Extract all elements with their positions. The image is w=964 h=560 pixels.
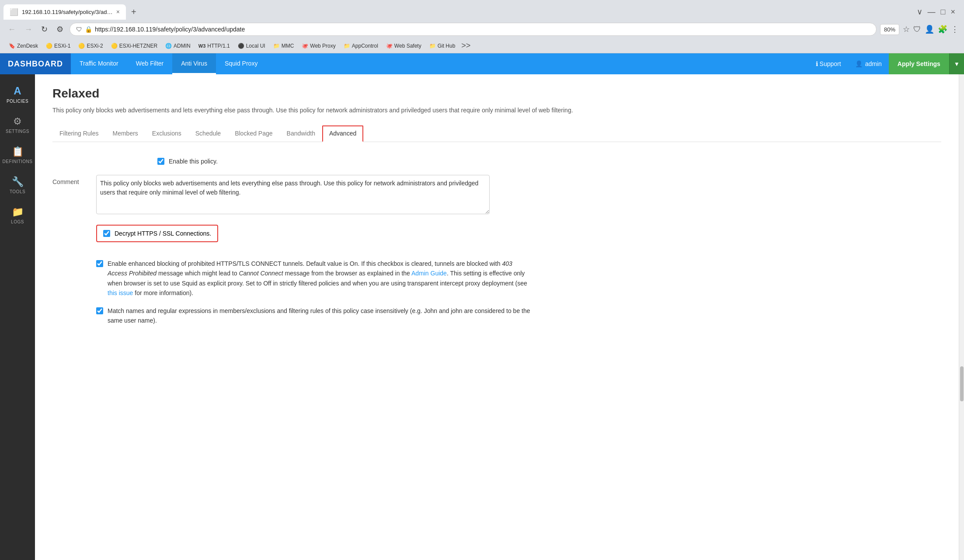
sidebar-item-policies[interactable]: A POLICIES	[0, 79, 35, 110]
tab-page-icon: ⬜	[10, 8, 18, 16]
bookmark-appcontrol[interactable]: 📁 AppControl	[340, 42, 382, 50]
comment-label: Comment	[52, 175, 87, 185]
this-issue-link[interactable]: this issue	[108, 289, 133, 296]
decrypt-https-row: Decrypt HTTPS / SSL Connections.	[96, 225, 218, 242]
definitions-icon: 📋	[12, 146, 24, 157]
sidebar-item-definitions[interactable]: 📋 DEFINITIONS	[0, 140, 35, 170]
tabs-bar: Filtering Rules Members Exclusions Sched…	[52, 125, 941, 142]
apply-settings-dropdown[interactable]: ▼	[949, 53, 964, 74]
app-logo: DASHBOARD	[0, 53, 71, 74]
bookmark-zendesk[interactable]: 🔖 ZenDesk	[5, 42, 42, 50]
tab-members[interactable]: Members	[105, 125, 145, 142]
decrypt-https-label: Decrypt HTTPS / SSL Connections.	[115, 230, 211, 237]
enhanced-blocking-checkbox[interactable]	[96, 260, 103, 267]
tab-close-button[interactable]: ×	[116, 8, 120, 15]
match-names-checkbox[interactable]	[96, 307, 103, 314]
lock-icon: 🔒	[85, 26, 92, 33]
refresh-button[interactable]: ↻	[38, 23, 50, 36]
tab-bar: ⬜ 192.168.10.119/safety/policy/3/adva × …	[0, 0, 964, 20]
address-bar[interactable]: 🛡 🔒 https://192.168.10.119/safety/policy…	[70, 23, 877, 36]
bookmark-esxi2[interactable]: 🟡 ESXi-2	[75, 42, 106, 50]
menu-icon[interactable]: ⋮	[951, 24, 959, 34]
sidebar: A POLICIES ⚙ SETTINGS 📋 DEFINITIONS 🔧 TO…	[0, 74, 35, 560]
bookmark-websafety[interactable]: 🐙 Web Safety	[383, 42, 425, 50]
bookmark-github[interactable]: 📁 Git Hub	[426, 42, 459, 50]
esxi1-icon: 🟡	[46, 43, 52, 49]
comment-row: Comment This policy only blocks web adve…	[52, 175, 941, 214]
bookmarks-more-button[interactable]: >>	[459, 40, 472, 51]
comment-textarea[interactable]: This policy only blocks web advertisemen…	[96, 175, 490, 214]
advanced-form: Enable this policy. Comment This policy …	[52, 153, 941, 337]
support-button[interactable]: ℹ Support	[809, 60, 848, 67]
match-names-label: Match names and regular expressions in m…	[108, 306, 533, 326]
sidebar-item-settings[interactable]: ⚙ SETTINGS	[0, 110, 35, 140]
win-chevron[interactable]: ∨	[915, 5, 924, 18]
nav-items: Traffic Monitor Web Filter Anti Virus Sq…	[71, 53, 266, 74]
win-minimize[interactable]: —	[926, 6, 937, 18]
win-maximize[interactable]: □	[939, 6, 947, 18]
app-container: DASHBOARD Traffic Monitor Web Filter Ant…	[0, 53, 964, 560]
logs-icon: 📁	[12, 206, 24, 218]
window-controls: ∨ — □ ×	[912, 3, 961, 20]
sidebar-item-logs[interactable]: 📁 LOGS	[0, 200, 35, 230]
tab-filtering-rules[interactable]: Filtering Rules	[52, 125, 105, 142]
http11-icon: W3	[198, 43, 206, 49]
bookmark-localui[interactable]: ⚫ Local UI	[234, 42, 269, 50]
enable-policy-label: Enable this policy.	[169, 157, 218, 166]
browser-nav-bar: ← → ↻ ⚙ 🛡 🔒 https://192.168.10.119/safet…	[0, 20, 964, 38]
match-names-row: Match names and regular expressions in m…	[96, 306, 533, 326]
browser-chrome: ⬜ 192.168.10.119/safety/policy/3/adva × …	[0, 0, 964, 53]
top-nav: DASHBOARD Traffic Monitor Web Filter Ant…	[0, 53, 964, 74]
shield-icon[interactable]: 🛡	[913, 25, 921, 34]
admin-button[interactable]: 👤 admin	[848, 60, 889, 67]
bookmark-http11[interactable]: W3 HTTP/1.1	[195, 42, 233, 50]
content-area: Relaxed This policy only blocks web adve…	[35, 74, 959, 560]
apply-settings-button[interactable]: Apply Settings	[889, 53, 949, 74]
nav-anti-virus[interactable]: Anti Virus	[172, 53, 216, 74]
bookmark-star-icon[interactable]: ☆	[903, 24, 910, 34]
esxi-hetzner-icon: 🟡	[111, 43, 118, 49]
nav-traffic-monitor[interactable]: Traffic Monitor	[71, 53, 127, 74]
admin-icon: 🌐	[165, 43, 172, 49]
settings-icon: ⚙	[13, 116, 22, 127]
nav-actions: ☆ 🛡 👤 🧩 ⋮	[903, 24, 959, 34]
esxi2-icon: 🟡	[78, 43, 85, 49]
bookmark-admin[interactable]: 🌐 ADMIN	[162, 42, 194, 50]
sidebar-item-tools[interactable]: 🔧 TOOLS	[0, 170, 35, 200]
bookmark-webproxy[interactable]: 🐙 Web Proxy	[298, 42, 339, 50]
enhanced-blocking-label: Enable enhanced blocking of prohibited H…	[108, 259, 533, 298]
scrollbar-thumb[interactable]	[960, 366, 964, 401]
scrollbar[interactable]	[959, 74, 964, 560]
enable-policy-row: Enable this policy.	[157, 157, 941, 166]
url-display: https://192.168.10.119/safety/policy/3/a…	[95, 26, 870, 33]
websafety-icon: 🐙	[386, 43, 393, 49]
bookmark-mmc[interactable]: 📁 MMC	[270, 42, 298, 50]
new-tab-button[interactable]: +	[128, 5, 140, 19]
extensions-button[interactable]: ⚙	[54, 23, 66, 36]
security-icon: 🛡	[76, 26, 82, 33]
decrypt-https-checkbox[interactable]	[103, 230, 110, 237]
back-button[interactable]: ←	[5, 23, 18, 36]
tab-exclusions[interactable]: Exclusions	[145, 125, 188, 142]
page-description: This policy only blocks web advertisemen…	[52, 106, 577, 115]
admin-icon: 👤	[855, 60, 863, 67]
tab-bandwidth[interactable]: Bandwidth	[280, 125, 322, 142]
enable-policy-checkbox[interactable]	[157, 158, 164, 165]
tab-blocked-page[interactable]: Blocked Page	[228, 125, 279, 142]
forward-button[interactable]: →	[22, 23, 35, 36]
mmc-icon: 📁	[273, 43, 280, 49]
nav-web-filter[interactable]: Web Filter	[127, 53, 173, 74]
bookmark-esxi-hetzner[interactable]: 🟡 ESXi-HETZNER	[108, 42, 161, 50]
win-close[interactable]: ×	[949, 6, 957, 18]
profile-icon[interactable]: 👤	[925, 24, 934, 34]
tab-advanced[interactable]: Advanced	[322, 125, 363, 142]
bookmarks-bar: 🔖 ZenDesk 🟡 ESXi-1 🟡 ESXi-2 🟡 ESXi-HETZN…	[0, 38, 964, 53]
info-icon: ℹ	[816, 60, 818, 67]
extensions-icon[interactable]: 🧩	[938, 24, 947, 34]
tab-schedule[interactable]: Schedule	[188, 125, 228, 142]
browser-tab[interactable]: ⬜ 192.168.10.119/safety/policy/3/adva ×	[3, 4, 126, 20]
main-content: A POLICIES ⚙ SETTINGS 📋 DEFINITIONS 🔧 TO…	[0, 74, 964, 560]
nav-squid-proxy[interactable]: Squid Proxy	[216, 53, 266, 74]
bookmark-esxi1[interactable]: 🟡 ESXi-1	[42, 42, 74, 50]
admin-guide-link[interactable]: Admin Guide	[411, 270, 447, 277]
